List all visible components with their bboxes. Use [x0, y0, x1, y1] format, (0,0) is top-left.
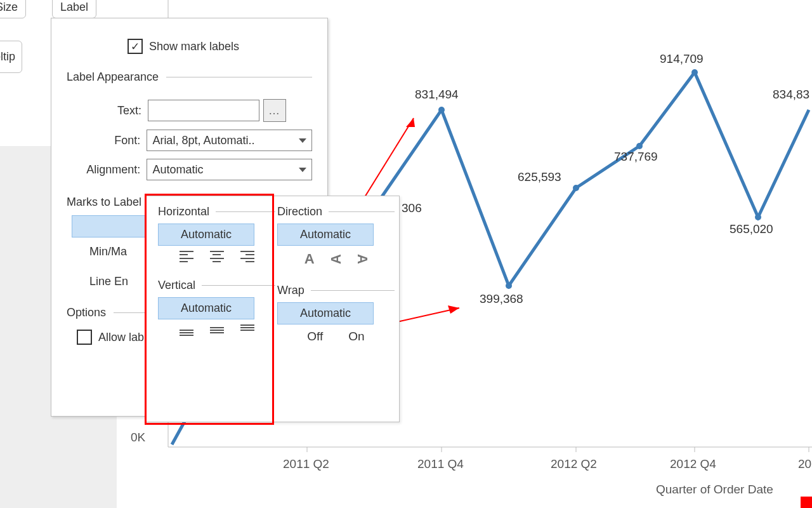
align-center-icon[interactable] — [210, 251, 224, 262]
text-input[interactable] — [148, 100, 259, 121]
mark-label: 399,368 — [480, 292, 523, 306]
direction-down-icon[interactable]: A — [354, 254, 370, 264]
mark-label: 834,83 — [773, 88, 809, 102]
allow-overlap-checkbox[interactable] — [77, 330, 92, 345]
size-button[interactable]: Size — [0, 0, 26, 18]
text-label: Text: — [67, 104, 141, 117]
x-axis-tick: 2012 Q2 — [551, 457, 597, 471]
align-right-icon[interactable] — [240, 251, 254, 262]
allow-overlap-label: Allow lab — [98, 331, 144, 344]
svg-point-7 — [755, 214, 761, 220]
direction-automatic-button[interactable]: Automatic — [277, 224, 374, 246]
svg-point-2 — [438, 107, 445, 113]
tooltip-button[interactable]: oltip — [0, 41, 22, 73]
svg-marker-16 — [406, 118, 415, 127]
chevron-down-icon — [299, 138, 306, 143]
x-axis-title: Quarter of Order Date — [656, 483, 773, 497]
x-axis-tick: 2012 Q4 — [670, 457, 716, 471]
font-select[interactable]: Arial, 8pt, Automati.. — [147, 130, 312, 151]
align-bottom-icon[interactable] — [180, 324, 193, 336]
alignment-label: Alignment: — [67, 163, 140, 177]
chevron-down-icon — [299, 168, 306, 172]
x-axis-tick: 2011 Q4 — [417, 457, 464, 471]
svg-point-5 — [636, 143, 643, 149]
show-mark-labels-checkbox[interactable] — [128, 39, 143, 54]
align-top-icon[interactable] — [240, 324, 254, 336]
marks-minmax-button[interactable]: Min/Ma — [89, 245, 127, 258]
mark-label: 831,494 — [415, 88, 459, 102]
svg-point-3 — [506, 283, 512, 289]
alignment-select[interactable]: Automatic — [147, 159, 312, 180]
svg-point-6 — [691, 69, 698, 76]
direction-up-icon[interactable]: A — [327, 254, 344, 264]
mark-label: 625,593 — [518, 170, 561, 184]
wrap-off-button[interactable]: Off — [307, 330, 323, 344]
marks-to-label-heading: Marks to Label — [67, 196, 141, 209]
mark-label: 306 — [402, 201, 422, 215]
wrap-automatic-button[interactable]: Automatic — [277, 302, 374, 324]
svg-marker-18 — [448, 305, 459, 314]
show-mark-labels-label: Show mark labels — [149, 40, 239, 53]
font-label: Font: — [67, 134, 140, 147]
horizontal-automatic-button[interactable]: Automatic — [158, 224, 254, 246]
align-middle-icon[interactable] — [210, 324, 224, 336]
y-axis-tick: 0K — [131, 431, 145, 444]
text-edit-button[interactable]: … — [263, 99, 286, 122]
options-heading: Options — [67, 306, 106, 319]
wrap-on-button[interactable]: On — [348, 330, 364, 344]
svg-point-4 — [573, 185, 579, 191]
direction-heading: Direction — [277, 205, 322, 218]
mark-label: 737,769 — [614, 150, 658, 164]
horizontal-heading: Horizontal — [158, 205, 209, 218]
vertical-automatic-button[interactable]: Automatic — [158, 297, 254, 319]
label-appearance-heading: Label Appearance — [67, 70, 159, 84]
x-axis-tick: 2011 Q2 — [283, 457, 329, 471]
mark-label: 565,020 — [730, 222, 773, 236]
marks-lineend-button[interactable]: Line En — [89, 275, 128, 288]
viz-canvas: 306 831,494 399,368 625,593 737,769 914,… — [0, 0, 812, 508]
label-button[interactable]: Label — [52, 0, 96, 18]
alignment-panel: Horizontal Automatic Vertical Automatic … — [145, 196, 400, 422]
direction-normal-icon[interactable]: A — [304, 251, 315, 267]
x-axis-tick: 20 — [798, 457, 811, 471]
align-left-icon[interactable] — [180, 251, 193, 262]
vertical-heading: Vertical — [158, 279, 195, 292]
wrap-heading: Wrap — [277, 284, 304, 297]
mark-label: 914,709 — [660, 52, 704, 66]
red-corner — [801, 497, 812, 508]
